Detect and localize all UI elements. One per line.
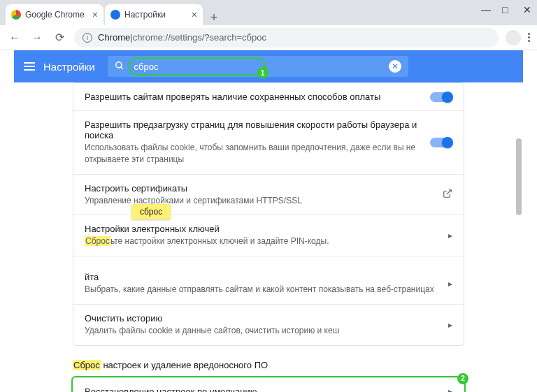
menu-icon[interactable]	[24, 62, 35, 71]
row-title: Восстановление настроек по умолчанию	[85, 386, 440, 392]
svg-line-2	[447, 190, 451, 194]
row-title: Разрешить сайтам проверять наличие сохра…	[85, 92, 422, 102]
tab-favicon	[110, 10, 120, 20]
row-title: йта	[85, 272, 440, 282]
chevron-right-icon: ▸	[448, 386, 452, 392]
site-info-icon[interactable]: i	[83, 33, 92, 43]
forward-button[interactable]: →	[29, 31, 45, 44]
settings-card-reset: 2 Восстановление настроек по умолчанию ▸…	[73, 377, 464, 392]
row-subtitle: Сбросьте настройки электронных ключей и …	[85, 235, 440, 247]
annotation-badge-1: 1	[257, 67, 268, 78]
chevron-right-icon: ▸	[448, 231, 452, 240]
external-link-icon	[443, 189, 452, 201]
reload-button[interactable]: ⟳	[52, 31, 67, 44]
svg-line-1	[120, 66, 122, 68]
section-reset-title: Сброс настроек и удаление вредоносного П…	[73, 360, 464, 370]
settings-body: Разрешить сайтам проверять наличие сохра…	[0, 82, 537, 392]
minimize-button[interactable]: —	[481, 6, 489, 14]
row-subtitle: Удалить файлы cookie и данные сайтов, оч…	[85, 325, 440, 337]
close-window-button[interactable]: ✕	[523, 6, 531, 14]
new-tab-button[interactable]: +	[204, 10, 224, 25]
row-preload-pages[interactable]: Разрешить предзагрузку страниц для повыш…	[73, 111, 464, 175]
close-tab-icon[interactable]: ×	[192, 9, 197, 20]
toggle-preload[interactable]	[430, 138, 452, 147]
svg-point-0	[115, 61, 121, 67]
row-title: Настройки электронных ключей	[85, 224, 440, 234]
search-highlight: Сброс	[73, 360, 101, 370]
chevron-right-icon: ▸	[448, 279, 452, 289]
back-button[interactable]: ←	[7, 31, 22, 44]
browser-tabs-bar: Google Chrome × Настройки × +	[0, 0, 537, 25]
window-controls: — □ ✕	[481, 6, 531, 14]
settings-header: Настройки 1 ✕	[14, 50, 523, 82]
profile-avatar[interactable]	[506, 30, 521, 45]
search-icon	[115, 61, 124, 73]
row-subtitle: Выбрать, какие данные отправлять сайтам …	[85, 284, 440, 296]
url-path: chrome://settings/?search=сброс	[133, 32, 266, 43]
maximize-button[interactable]: □	[502, 6, 510, 14]
tab-title: Настройки	[124, 10, 166, 20]
row-restore-defaults[interactable]: 2 Восстановление настроек по умолчанию ▸	[73, 378, 464, 392]
tooltip: сброс	[131, 204, 171, 219]
row-site-settings[interactable]: йта Выбрать, какие данные отправлять сай…	[73, 256, 464, 305]
annotation-badge-2: 2	[457, 373, 468, 384]
row-title: Очистить историю	[85, 313, 440, 324]
row-allow-payment-check[interactable]: Разрешить сайтам проверять наличие сохра…	[73, 83, 464, 111]
chevron-right-icon: ▸	[448, 320, 452, 330]
row-clear-browsing-data[interactable]: Очистить историю Удалить файлы cookie и …	[73, 305, 464, 345]
browser-toolbar: ← → ⟳ i Chrome | chrome://settings/?sear…	[0, 25, 537, 50]
tab-settings[interactable]: Настройки ×	[105, 4, 203, 25]
row-security-keys[interactable]: Настройки электронных ключей Сбросьте на…	[73, 215, 464, 256]
row-title: Настроить сертификаты	[85, 183, 434, 194]
settings-page: Настройки 1 ✕ Разрешить сайтам проверять…	[0, 50, 537, 392]
scrollbar-thumb[interactable]	[516, 138, 522, 215]
tab-google-chrome[interactable]: Google Chrome ×	[6, 4, 103, 25]
browser-menu-button[interactable]	[528, 33, 530, 42]
page-title: Настройки	[43, 61, 95, 73]
search-input[interactable]	[134, 61, 252, 72]
row-title: Разрешить предзагрузку страниц для повыш…	[85, 119, 422, 140]
tab-title: Google Chrome	[25, 10, 85, 20]
toggle-payment-check[interactable]	[430, 92, 452, 102]
close-tab-icon[interactable]: ×	[92, 9, 98, 20]
tab-favicon	[11, 10, 21, 20]
address-bar[interactable]: i Chrome | chrome://settings/?search=сбр…	[74, 28, 499, 48]
search-highlight: Сброс	[85, 236, 110, 246]
url-host: Chrome	[98, 32, 130, 43]
settings-search-box[interactable]: 1 ✕	[108, 56, 408, 77]
clear-search-icon[interactable]: ✕	[389, 60, 401, 73]
row-subtitle: Использовать файлы cookie, чтобы запомни…	[85, 142, 422, 166]
